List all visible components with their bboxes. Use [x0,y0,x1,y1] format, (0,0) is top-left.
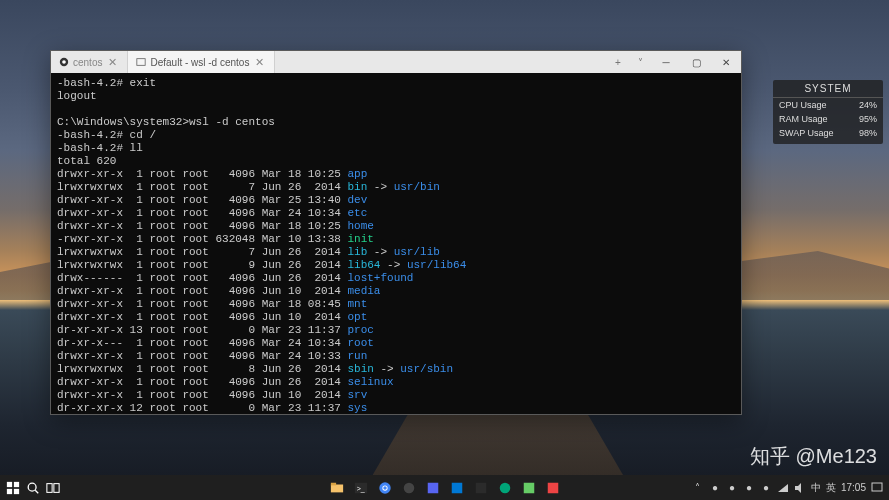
tab-dropdown-button[interactable]: ˅ [629,51,651,73]
tab-icon [59,57,69,67]
task-view-button[interactable] [44,479,62,497]
ime-indicator-2[interactable]: 英 [826,481,836,495]
system-usage-widget: SYSTEM CPU Usage24%RAM Usage95%SWAP Usag… [773,80,883,144]
taskbar-app-10[interactable] [544,479,562,497]
svg-rect-21 [475,482,486,493]
taskbar-app-8[interactable] [496,479,514,497]
terminal-body[interactable]: -bash-4.2# exit logout C:\Windows\system… [51,73,741,414]
taskbar-app-chrome[interactable] [376,479,394,497]
tray-icon-1[interactable]: ● [709,482,721,494]
svg-rect-20 [451,482,462,493]
svg-rect-19 [427,482,438,493]
tray-icon-4[interactable]: ● [760,482,772,494]
tray-network-icon[interactable] [777,482,789,494]
svg-rect-24 [547,482,558,493]
svg-rect-26 [872,483,882,491]
system-row: SWAP Usage98% [773,126,883,140]
svg-rect-6 [14,488,19,493]
watermark-text: 知乎 @Me123 [750,443,877,470]
notification-center-icon[interactable] [871,482,883,494]
maximize-button[interactable]: ▢ [681,51,711,73]
svg-rect-10 [54,483,59,492]
system-row: RAM Usage95% [773,112,883,126]
system-tray: ˄ ● ● ● ● 中 英 17:05 [692,481,883,495]
search-button[interactable] [24,479,42,497]
svg-point-1 [62,60,66,64]
taskbar-app-5[interactable] [424,479,442,497]
tab-icon [136,57,146,67]
tab-1[interactable]: Default - wsl -d centos✕ [128,51,275,73]
window-controls: ─ ▢ ✕ [651,51,741,73]
svg-point-18 [403,482,414,493]
new-tab-button[interactable]: + [607,51,629,73]
tab-label: centos [73,57,102,68]
svg-marker-25 [795,483,801,493]
svg-rect-4 [14,481,19,486]
taskbar-app-6[interactable] [448,479,466,497]
taskbar-app-4[interactable] [400,479,418,497]
tab-close-icon[interactable]: ✕ [106,56,119,69]
tab-label: Default - wsl -d centos [150,57,249,68]
svg-rect-9 [47,483,52,492]
svg-text:>_: >_ [356,484,364,492]
minimize-button[interactable]: ─ [651,51,681,73]
taskbar-app-explorer[interactable] [328,479,346,497]
taskbar: >_ ˄ ● ● ● ● 中 [0,475,889,500]
terminal-window: centos✕Default - wsl -d centos✕ + ˅ ─ ▢ … [50,50,742,415]
svg-rect-3 [7,481,12,486]
desktop: SYSTEM CPU Usage24%RAM Usage95%SWAP Usag… [0,0,889,500]
taskbar-app-7[interactable] [472,479,490,497]
svg-rect-5 [7,488,12,493]
svg-point-17 [383,486,387,490]
svg-rect-2 [137,59,145,66]
system-widget-title: SYSTEM [773,82,883,98]
svg-point-22 [499,482,510,493]
close-button[interactable]: ✕ [711,51,741,73]
taskbar-app-9[interactable] [520,479,538,497]
ime-indicator-1[interactable]: 中 [811,481,821,495]
tab-close-icon[interactable]: ✕ [253,56,266,69]
tray-chevron-icon[interactable]: ˄ [692,482,704,494]
system-row: CPU Usage24% [773,98,883,112]
start-button[interactable] [4,479,22,497]
taskbar-app-terminal[interactable]: >_ [352,479,370,497]
svg-line-8 [35,490,38,493]
tab-strip: centos✕Default - wsl -d centos✕ [51,51,607,73]
svg-point-7 [28,483,36,491]
svg-rect-12 [330,482,335,485]
tray-volume-icon[interactable] [794,482,806,494]
svg-rect-11 [330,484,342,492]
svg-rect-23 [523,482,534,493]
tray-icon-2[interactable]: ● [726,482,738,494]
tray-icon-3[interactable]: ● [743,482,755,494]
clock[interactable]: 17:05 [841,482,866,493]
titlebar: centos✕Default - wsl -d centos✕ + ˅ ─ ▢ … [51,51,741,73]
tab-0[interactable]: centos✕ [51,51,128,73]
watermark: 知乎 @Me123 [750,443,877,470]
